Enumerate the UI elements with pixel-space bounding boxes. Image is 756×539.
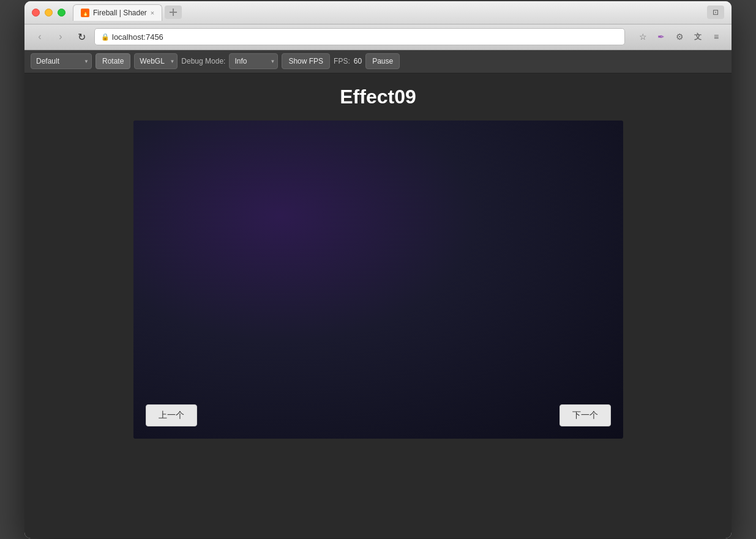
- show-fps-button[interactable]: Show FPS: [282, 53, 330, 69]
- debug-mode-select[interactable]: Info: [229, 53, 278, 69]
- tab-bar: 🔥 Fireball | Shader ×: [73, 4, 707, 21]
- next-button[interactable]: 下一个: [560, 404, 611, 426]
- back-button[interactable]: ‹: [32, 29, 48, 45]
- tab-close-button[interactable]: ×: [151, 9, 154, 17]
- address-actions: ☆ ✒ ⚙ 文 ≡: [635, 29, 724, 45]
- prev-button[interactable]: 上一个: [146, 404, 197, 426]
- maximize-button[interactable]: [58, 9, 65, 17]
- traffic-lights: [32, 9, 65, 17]
- canvas-background: [133, 121, 623, 439]
- window-controls-right: ⊡: [707, 6, 724, 19]
- refresh-button[interactable]: ↻: [73, 29, 89, 45]
- tab-title: Fireball | Shader: [93, 9, 147, 17]
- url-text: localhost:7456: [112, 32, 163, 42]
- rotate-button[interactable]: Rotate: [95, 53, 130, 69]
- tab-favicon: 🔥: [81, 9, 89, 17]
- effect-title: Effect09: [37, 86, 719, 108]
- fps-value: 60: [354, 57, 362, 65]
- settings-button[interactable]: ⚙: [672, 29, 687, 45]
- address-input[interactable]: 🔒 localhost:7456: [94, 28, 625, 45]
- browser-window: 🔥 Fireball | Shader × ⊡ ‹ › ↻ 🔒 localhos…: [24, 1, 732, 538]
- bookmark-button[interactable]: ☆: [635, 29, 651, 45]
- translate-button[interactable]: 文: [690, 29, 706, 45]
- default-select[interactable]: Default: [31, 53, 92, 69]
- title-bar: 🔥 Fireball | Shader × ⊡: [24, 1, 732, 24]
- menu-button[interactable]: ≡: [708, 29, 724, 45]
- pen-icon: ✒: [653, 29, 669, 45]
- window-icon: ⊡: [713, 8, 719, 17]
- new-tab-button[interactable]: [165, 6, 182, 19]
- default-select-wrapper: Default: [31, 53, 92, 69]
- toolbar: Default Rotate WebGL Debug Mode: Info Sh…: [24, 50, 732, 73]
- address-bar: ‹ › ↻ 🔒 localhost:7456 ☆ ✒ ⚙ 文 ≡: [24, 24, 732, 50]
- main-content: Effect09: [24, 73, 732, 538]
- debug-mode-label: Debug Mode:: [181, 57, 225, 65]
- webgl-select[interactable]: WebGL: [134, 53, 178, 69]
- close-button[interactable]: [32, 9, 40, 17]
- pause-button[interactable]: Pause: [365, 53, 400, 69]
- fps-label: FPS:: [334, 57, 350, 65]
- debug-mode-select-wrapper: Info: [229, 53, 278, 69]
- webgl-select-wrapper: WebGL: [134, 53, 178, 69]
- svg-rect-1: [170, 12, 177, 13]
- lock-icon: 🔒: [101, 33, 110, 41]
- canvas-container: 上一个 下一个: [133, 121, 623, 439]
- forward-button[interactable]: ›: [53, 29, 69, 45]
- active-tab[interactable]: 🔥 Fireball | Shader ×: [73, 4, 162, 21]
- minimize-button[interactable]: [45, 9, 53, 17]
